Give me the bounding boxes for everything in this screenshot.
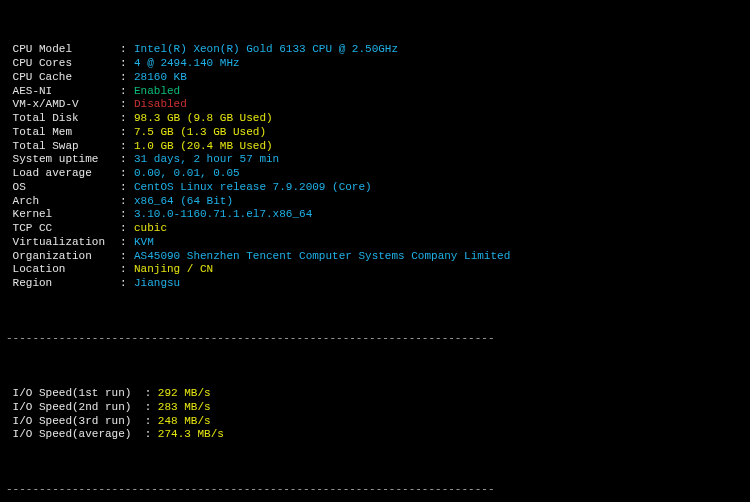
colon: : (120, 98, 134, 112)
divider: ----------------------------------------… (6, 332, 744, 346)
info-value: 28160 KB (134, 71, 187, 85)
info-value: 1.0 GB (20.4 MB Used) (134, 140, 273, 154)
colon: : (120, 167, 134, 181)
colon: : (120, 85, 134, 99)
info-label: Load average (6, 167, 120, 181)
io-value: 292 MB/s (158, 387, 211, 401)
system-info-block: CPU Model : Intel(R) Xeon(R) Gold 6133 C… (6, 43, 744, 291)
io-value: 283 MB/s (158, 401, 211, 415)
info-row: Arch : x86_64 (64 Bit) (6, 195, 744, 209)
info-label: Location (6, 263, 120, 277)
info-row: Kernel : 3.10.0-1160.71.1.el7.x86_64 (6, 208, 744, 222)
info-row: CPU Model : Intel(R) Xeon(R) Gold 6133 C… (6, 43, 744, 57)
info-row: VM-x/AMD-V : Disabled (6, 98, 744, 112)
info-value: Disabled (134, 98, 187, 112)
io-row: I/O Speed(3rd run) : 248 MB/s (6, 415, 744, 429)
terminal-output: CPU Model : Intel(R) Xeon(R) Gold 6133 C… (0, 0, 750, 502)
colon: : (120, 112, 134, 126)
info-label: Total Swap (6, 140, 120, 154)
io-value: 274.3 MB/s (158, 428, 224, 442)
io-label: I/O Speed(3rd run) (6, 415, 145, 429)
info-label: VM-x/AMD-V (6, 98, 120, 112)
colon: : (120, 43, 134, 57)
io-row: I/O Speed(1st run) : 292 MB/s (6, 387, 744, 401)
io-label: I/O Speed(average) (6, 428, 145, 442)
colon: : (120, 126, 134, 140)
info-label: OS (6, 181, 120, 195)
info-label: Organization (6, 250, 120, 264)
info-row: CPU Cache : 28160 KB (6, 71, 744, 85)
info-value: Intel(R) Xeon(R) Gold 6133 CPU @ 2.50GHz (134, 43, 398, 57)
info-value: CentOS Linux release 7.9.2009 (Core) (134, 181, 372, 195)
info-row: Total Mem : 7.5 GB (1.3 GB Used) (6, 126, 744, 140)
colon: : (120, 250, 134, 264)
info-value: 31 days, 2 hour 57 min (134, 153, 279, 167)
info-label: Kernel (6, 208, 120, 222)
info-label: AES-NI (6, 85, 120, 99)
info-label: Arch (6, 195, 120, 209)
io-value: 248 MB/s (158, 415, 211, 429)
colon: : (120, 236, 134, 250)
colon: : (145, 401, 158, 415)
colon: : (145, 428, 158, 442)
info-value: Enabled (134, 85, 180, 99)
colon: : (120, 71, 134, 85)
info-label: TCP CC (6, 222, 120, 236)
info-label: CPU Cores (6, 57, 120, 71)
info-value: x86_64 (64 Bit) (134, 195, 233, 209)
io-row: I/O Speed(average) : 274.3 MB/s (6, 428, 744, 442)
info-value: AS45090 Shenzhen Tencent Computer System… (134, 250, 510, 264)
colon: : (120, 57, 134, 71)
info-value: 4 @ 2494.140 MHz (134, 57, 240, 71)
info-value: 3.10.0-1160.71.1.el7.x86_64 (134, 208, 312, 222)
info-label: Total Mem (6, 126, 120, 140)
info-value: Nanjing / CN (134, 263, 213, 277)
info-value: 7.5 GB (1.3 GB Used) (134, 126, 266, 140)
colon: : (120, 181, 134, 195)
info-value: KVM (134, 236, 154, 250)
info-row: System uptime : 31 days, 2 hour 57 min (6, 153, 744, 167)
info-value: Jiangsu (134, 277, 180, 291)
info-row: Total Disk : 98.3 GB (9.8 GB Used) (6, 112, 744, 126)
info-row: Total Swap : 1.0 GB (20.4 MB Used) (6, 140, 744, 154)
info-row: Organization : AS45090 Shenzhen Tencent … (6, 250, 744, 264)
info-label: Region (6, 277, 120, 291)
info-value: cubic (134, 222, 167, 236)
info-row: AES-NI : Enabled (6, 85, 744, 99)
io-row: I/O Speed(2nd run) : 283 MB/s (6, 401, 744, 415)
info-label: CPU Cache (6, 71, 120, 85)
info-row: Load average : 0.00, 0.01, 0.05 (6, 167, 744, 181)
colon: : (120, 277, 134, 291)
info-label: CPU Model (6, 43, 120, 57)
info-row: Region : Jiangsu (6, 277, 744, 291)
info-value: 0.00, 0.01, 0.05 (134, 167, 240, 181)
info-row: Virtualization : KVM (6, 236, 744, 250)
colon: : (120, 263, 134, 277)
colon: : (120, 208, 134, 222)
info-row: TCP CC : cubic (6, 222, 744, 236)
info-label: Virtualization (6, 236, 120, 250)
colon: : (120, 153, 134, 167)
divider: ----------------------------------------… (6, 483, 744, 497)
io-label: I/O Speed(2nd run) (6, 401, 145, 415)
io-speed-block: I/O Speed(1st run) : 292 MB/s I/O Speed(… (6, 387, 744, 442)
colon: : (120, 140, 134, 154)
colon: : (120, 222, 134, 236)
info-label: Total Disk (6, 112, 120, 126)
info-label: System uptime (6, 153, 120, 167)
info-row: Location : Nanjing / CN (6, 263, 744, 277)
info-row: CPU Cores : 4 @ 2494.140 MHz (6, 57, 744, 71)
io-label: I/O Speed(1st run) (6, 387, 145, 401)
colon: : (145, 387, 158, 401)
colon: : (120, 195, 134, 209)
info-value: 98.3 GB (9.8 GB Used) (134, 112, 273, 126)
info-row: OS : CentOS Linux release 7.9.2009 (Core… (6, 181, 744, 195)
colon: : (145, 415, 158, 429)
